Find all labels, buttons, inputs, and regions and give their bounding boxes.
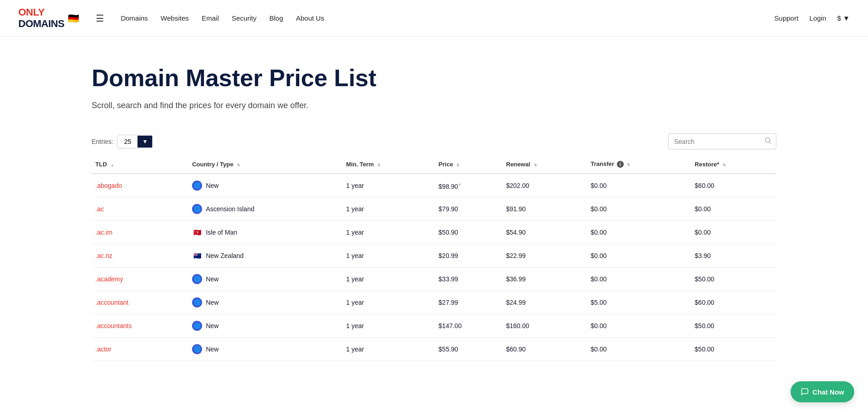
cell-price: $33.99 bbox=[435, 268, 502, 291]
hamburger-menu-icon[interactable]: ☰ bbox=[96, 13, 104, 24]
country-cell: 🌐New bbox=[192, 321, 339, 331]
tld-link[interactable]: .accountant bbox=[95, 299, 128, 306]
svg-line-1 bbox=[769, 142, 771, 143]
flag-icon: 🇳🇿 bbox=[192, 251, 202, 261]
cell-country: 🌐Ascension Island bbox=[188, 198, 342, 221]
th-minterm[interactable]: Min. Term ⇅ bbox=[342, 155, 435, 174]
cell-restore: $3.90 bbox=[691, 244, 776, 268]
cell-price: $79.90 bbox=[435, 198, 502, 221]
search-wrapper bbox=[668, 133, 776, 149]
globe-icon: 🌐 bbox=[192, 274, 202, 284]
nav-security[interactable]: Security bbox=[232, 14, 257, 22]
cell-price: $50.90 bbox=[435, 221, 502, 244]
cell-country: 🌐New bbox=[188, 314, 342, 338]
entries-input[interactable] bbox=[117, 135, 137, 148]
transfer-info-icon[interactable]: i bbox=[617, 161, 624, 168]
cell-restore: $50.00 bbox=[691, 268, 776, 291]
cell-tld: .accountants bbox=[92, 314, 188, 338]
cell-tld: .accountant bbox=[92, 291, 188, 314]
cell-minterm: 1 year bbox=[342, 221, 435, 244]
country-cell: 🌐New bbox=[192, 344, 339, 354]
globe-icon: 🌐 bbox=[192, 181, 202, 191]
table-head: TLD ▲ Country / Type ⇅ Min. Term ⇅ Price… bbox=[92, 155, 776, 174]
tld-link[interactable]: .actor bbox=[95, 346, 111, 353]
cell-transfer: $5.00 bbox=[587, 291, 691, 314]
cell-renewal: $202.00 bbox=[502, 174, 587, 198]
transfer-sort-icon: ⇅ bbox=[627, 163, 630, 167]
cell-tld: .ac.im bbox=[92, 221, 188, 244]
main-content: Domain Master Price List Scroll, search … bbox=[0, 37, 868, 379]
cell-price: $98.90+ bbox=[435, 174, 502, 198]
entries-dropdown-button[interactable]: ▼ bbox=[137, 136, 152, 148]
cell-restore: $0.00 bbox=[691, 221, 776, 244]
search-input[interactable] bbox=[669, 134, 760, 149]
cell-renewal: $54.90 bbox=[502, 221, 587, 244]
country-cell: 🌐Ascension Island bbox=[192, 204, 339, 214]
cell-country: 🌐New bbox=[188, 268, 342, 291]
logo-domains: DOMAINS bbox=[18, 18, 64, 29]
th-price[interactable]: Price ⇅ bbox=[435, 155, 502, 174]
th-renewal[interactable]: Renewal ⇅ bbox=[502, 155, 587, 174]
support-link[interactable]: Support bbox=[775, 14, 799, 22]
nav-websites[interactable]: Websites bbox=[161, 14, 189, 22]
globe-icon: 🌐 bbox=[192, 321, 202, 331]
cell-minterm: 1 year bbox=[342, 338, 435, 361]
globe-icon: 🌐 bbox=[192, 204, 202, 214]
logo[interactable]: ONLY DOMAINS 🇩🇪 bbox=[18, 7, 79, 29]
cell-price: $147.00 bbox=[435, 314, 502, 338]
cell-country: 🌐New bbox=[188, 338, 342, 361]
table-row: .ac🌐Ascension Island1 year$79.90$91.90$0… bbox=[92, 198, 776, 221]
logo-flag: 🇩🇪 bbox=[68, 13, 79, 24]
country-cell: 🌐New bbox=[192, 274, 339, 284]
login-link[interactable]: Login bbox=[809, 14, 826, 22]
cell-minterm: 1 year bbox=[342, 268, 435, 291]
cell-transfer: $0.00 bbox=[587, 338, 691, 361]
th-restore[interactable]: Restore* ⇅ bbox=[691, 155, 776, 174]
cell-price: $27.99 bbox=[435, 291, 502, 314]
page-title: Domain Master Price List bbox=[92, 64, 776, 92]
page-subtitle: Scroll, search and find the prices for e… bbox=[92, 101, 776, 110]
cell-transfer: $0.00 bbox=[587, 174, 691, 198]
cell-renewal: $22.99 bbox=[502, 244, 587, 268]
nav-domains[interactable]: Domains bbox=[121, 14, 148, 22]
table-row: .academy🌐New1 year$33.99$36.99$0.00$50.0… bbox=[92, 268, 776, 291]
search-icon bbox=[760, 134, 776, 149]
th-country[interactable]: Country / Type ⇅ bbox=[188, 155, 342, 174]
cell-transfer: $0.00 bbox=[587, 314, 691, 338]
th-transfer[interactable]: Transfer i ⇅ bbox=[587, 155, 691, 174]
table-row: .ac.im🇮🇲Isle of Man1 year$50.90$54.90$0.… bbox=[92, 221, 776, 244]
country-name: New Zealand bbox=[206, 252, 244, 259]
tld-link[interactable]: .accountants bbox=[95, 322, 132, 329]
tld-link[interactable]: .ac bbox=[95, 205, 104, 213]
logo-only: ONLY bbox=[18, 7, 64, 18]
cell-country: 🇮🇲Isle of Man bbox=[188, 221, 342, 244]
cell-tld: .ac bbox=[92, 198, 188, 221]
table-body: .abogado🌐New1 year$98.90+$202.00$0.00$60… bbox=[92, 174, 776, 361]
country-name: Ascension Island bbox=[206, 205, 254, 213]
table-controls: Entries: ▼ bbox=[92, 133, 776, 149]
cell-minterm: 1 year bbox=[342, 291, 435, 314]
country-name: New bbox=[206, 275, 219, 283]
country-name: New bbox=[206, 182, 219, 189]
globe-icon: 🌐 bbox=[192, 344, 202, 354]
main-nav: Domains Websites Email Security Blog Abo… bbox=[121, 14, 324, 22]
th-tld[interactable]: TLD ▲ bbox=[92, 155, 188, 174]
header-left: ONLY DOMAINS 🇩🇪 ☰ Domains Websites Email… bbox=[18, 7, 324, 29]
tld-link[interactable]: .ac.nz bbox=[95, 252, 112, 259]
nav-email[interactable]: Email bbox=[202, 14, 219, 22]
nav-about[interactable]: About Us bbox=[296, 14, 324, 22]
tld-link[interactable]: .abogado bbox=[95, 182, 122, 189]
currency-selector[interactable]: $ ▼ bbox=[837, 14, 850, 22]
tld-link[interactable]: .academy bbox=[95, 275, 123, 283]
country-name: Isle of Man bbox=[206, 229, 237, 236]
table-row: .ac.nz🇳🇿New Zealand1 year$20.99$22.99$0.… bbox=[92, 244, 776, 268]
nav-blog[interactable]: Blog bbox=[269, 14, 283, 22]
country-cell: 🌐New bbox=[192, 181, 339, 191]
cell-renewal: $60.90 bbox=[502, 338, 587, 361]
tld-link[interactable]: .ac.im bbox=[95, 229, 112, 236]
minterm-sort-icon: ⇅ bbox=[377, 164, 380, 167]
cell-renewal: $36.99 bbox=[502, 268, 587, 291]
cell-renewal: $160.00 bbox=[502, 314, 587, 338]
country-cell: 🇳🇿New Zealand bbox=[192, 251, 339, 261]
restore-sort-icon: ⇅ bbox=[723, 164, 726, 167]
